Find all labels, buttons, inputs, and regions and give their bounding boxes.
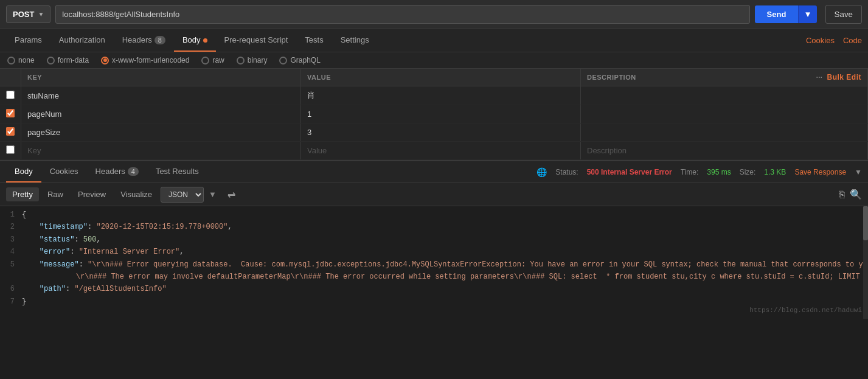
row1-key[interactable]: stuName <box>27 91 59 100</box>
row1-value-cell: 肖 <box>301 86 581 105</box>
radio-urlencoded <box>101 57 109 64</box>
row3-check-cell <box>0 123 21 142</box>
row4-value-placeholder[interactable]: Value <box>307 146 327 155</box>
cookies-link[interactable]: Cookies <box>806 36 835 45</box>
bulk-edit-button[interactable]: Bulk Edit <box>827 73 861 82</box>
json-line-6: 6 "path": "/getAllStudentsInfo" <box>0 283 868 295</box>
line-num-3: 3 <box>0 234 22 246</box>
headers-badge: 8 <box>155 36 165 44</box>
body-dot <box>203 38 207 43</box>
table-row: Key Value Description <box>0 142 868 160</box>
row3-key[interactable]: pageSize <box>27 128 60 137</box>
row3-value[interactable]: 3 <box>307 128 311 137</box>
method-select[interactable]: POST ▼ <box>6 5 50 23</box>
save-response-button[interactable]: Save Response <box>794 168 846 176</box>
res-tab-testresults[interactable]: Test Results <box>147 161 207 183</box>
line-num-6: 6 <box>0 283 22 295</box>
row2-check-cell <box>0 105 21 123</box>
json-line-3: 3 "status": 500, <box>0 234 868 246</box>
radio-binary <box>237 57 245 64</box>
row2-key[interactable]: pageNum <box>27 110 61 119</box>
row2-value[interactable]: 1 <box>307 110 311 119</box>
table-row: pageNum 1 <box>0 105 868 123</box>
row4-key-placeholder[interactable]: Key <box>27 146 41 155</box>
copy-icon[interactable]: ⎘ <box>839 189 845 200</box>
line-num-2: 2 <box>0 221 22 233</box>
json-line-2: 2 "timestamp": "2020-12-15T02:15:19.778+… <box>0 221 868 233</box>
send-button[interactable]: Send <box>755 5 799 23</box>
body-type-none[interactable]: none <box>7 56 35 64</box>
json-scrollbar[interactable] <box>863 206 868 319</box>
res-tab-headers[interactable]: Headers4 <box>87 161 147 183</box>
format-select-arrow: ▼ <box>209 190 217 199</box>
status-value: 500 Internal Server Error <box>587 168 672 176</box>
row3-checkbox[interactable] <box>6 127 15 136</box>
fmt-pretty-button[interactable]: Pretty <box>6 187 39 201</box>
fmt-preview-button[interactable]: Preview <box>72 187 112 201</box>
row4-desc-cell: Description <box>581 142 868 160</box>
line-content-4: "error": "Internal Server Error", <box>22 246 868 258</box>
json-line-5: 5 "message": "\r\n### Error querying dat… <box>0 259 868 271</box>
body-type-graphql[interactable]: GraphQL <box>279 56 320 64</box>
body-type-form-data[interactable]: form-data <box>47 56 89 64</box>
row1-desc-cell <box>581 86 868 105</box>
tab-params[interactable]: Params <box>6 29 50 52</box>
row1-value[interactable]: 肖 <box>307 91 315 100</box>
json-line-1: 1 { <box>0 209 868 221</box>
radio-none <box>7 57 15 64</box>
res-tab-cookies[interactable]: Cookies <box>41 161 87 183</box>
line-content-6: "path": "/getAllStudentsInfo" <box>22 283 868 295</box>
row3-desc-cell <box>581 123 868 142</box>
response-tabs-bar: Body Cookies Headers4 Test Results 🌐 Sta… <box>0 161 868 183</box>
save-response-arrow[interactable]: ▼ <box>855 168 862 176</box>
body-type-urlencoded[interactable]: x-www-form-urlencoded <box>101 56 189 64</box>
row3-key-cell: pageSize <box>21 123 301 142</box>
table-row: stuName 肖 <box>0 86 868 105</box>
row2-desc-cell <box>581 105 868 123</box>
globe-icon: 🌐 <box>536 167 547 177</box>
tab-headers[interactable]: Headers8 <box>114 29 174 52</box>
json-wrapper: 1 { 2 "timestamp": "2020-12-15T02:15:19.… <box>0 206 868 319</box>
top-bar: POST ▼ Send ▼ Save <box>0 0 868 29</box>
fmt-right-actions: ⎘ 🔍 <box>839 189 862 200</box>
right-links: Cookies Code <box>806 36 862 45</box>
wrap-button[interactable]: ⇌ <box>221 186 241 203</box>
response-status-bar: 🌐 Status: 500 Internal Server Error Time… <box>536 167 862 177</box>
save-button[interactable]: Save <box>825 5 862 24</box>
code-link[interactable]: Code <box>843 36 862 45</box>
row4-check-cell <box>0 142 21 160</box>
body-type-row: none form-data x-www-form-urlencoded raw… <box>0 52 868 69</box>
watermark: https://blog.csdn.net/haduwi <box>749 305 862 316</box>
tab-body[interactable]: Body <box>174 29 216 52</box>
res-tab-body[interactable]: Body <box>6 161 41 183</box>
row2-checkbox[interactable] <box>6 109 15 117</box>
fmt-raw-button[interactable]: Raw <box>41 187 69 201</box>
url-input[interactable] <box>55 5 749 24</box>
th-key: KEY <box>21 69 301 86</box>
json-scrollbar-thumb[interactable] <box>863 206 868 240</box>
row1-checkbox[interactable] <box>6 91 15 99</box>
tab-settings[interactable]: Settings <box>332 29 378 52</box>
tab-prerequest[interactable]: Pre-request Script <box>216 29 297 52</box>
line-num-5b <box>0 271 22 283</box>
search-icon[interactable]: 🔍 <box>850 189 862 200</box>
body-type-binary[interactable]: binary <box>237 56 268 64</box>
time-label: Time: <box>681 168 699 176</box>
row4-checkbox[interactable] <box>6 145 15 154</box>
res-headers-badge: 4 <box>128 167 139 176</box>
body-type-raw[interactable]: raw <box>201 56 224 64</box>
json-line-5b: \r\n### The error may involve defaultPar… <box>0 271 868 283</box>
json-body[interactable]: 1 { 2 "timestamp": "2020-12-15T02:15:19.… <box>0 206 868 319</box>
radio-raw <box>201 57 209 64</box>
fmt-visualize-button[interactable]: Visualize <box>114 187 158 201</box>
line-num-4: 4 <box>0 246 22 258</box>
row1-key-cell: stuName <box>21 86 301 105</box>
send-dropdown-button[interactable]: ▼ <box>798 5 816 23</box>
tab-authorization[interactable]: Authorization <box>50 29 114 52</box>
format-select[interactable]: JSON <box>161 187 204 203</box>
tab-tests[interactable]: Tests <box>296 29 332 52</box>
th-description: DESCRIPTION ··· Bulk Edit <box>581 69 868 86</box>
line-content-2: "timestamp": "2020-12-15T02:15:19.778+00… <box>22 221 868 233</box>
more-icon[interactable]: ··· <box>816 74 823 81</box>
send-btn-group: Send ▼ <box>755 5 817 23</box>
